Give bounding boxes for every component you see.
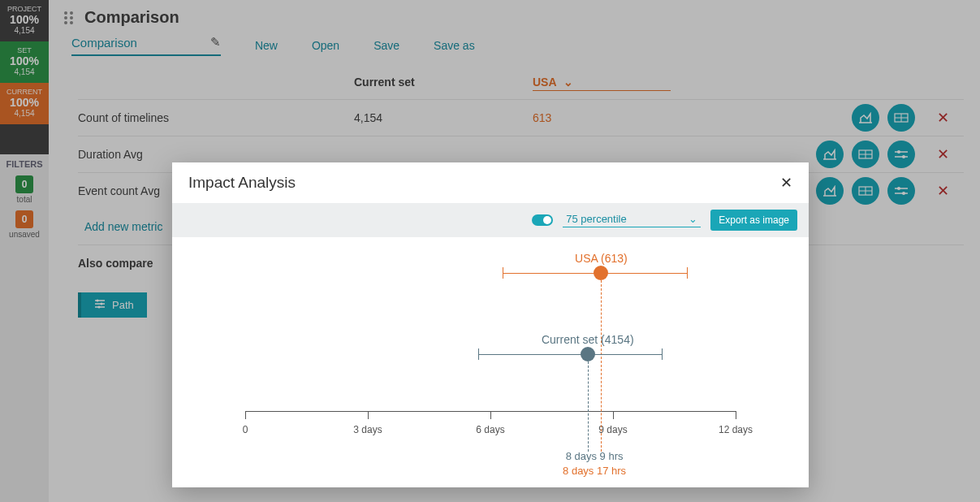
chart-tick-label: 3 days (353, 424, 382, 435)
series-cap (687, 267, 688, 279)
chart-tick (613, 411, 614, 419)
percentile-select[interactable]: 75 percentile ⌄ (563, 213, 701, 227)
chart-tick (490, 411, 491, 419)
series-guideline (601, 280, 602, 452)
chart-tick-label: 9 days (598, 424, 627, 435)
series-guideline (588, 361, 589, 452)
export-image-button[interactable]: Export as image (710, 210, 797, 231)
chevron-down-icon: ⌄ (689, 213, 697, 225)
series-label: USA (613) (575, 252, 628, 265)
percentile-select-label: 75 percentile (566, 213, 626, 225)
chart-tick (736, 411, 736, 419)
impact-analysis-modal: Impact Analysis ✕ 75 percentile ⌄ Export… (172, 162, 809, 487)
chart-tick (368, 411, 369, 419)
chart-tick-label: 0 (243, 424, 248, 435)
series-cap (503, 267, 503, 279)
annotation-current: 8 days 9 hrs (566, 450, 624, 462)
series-whisker (478, 354, 663, 355)
chart-tick (245, 411, 246, 419)
close-icon[interactable]: ✕ (780, 174, 792, 192)
series-cap (478, 348, 479, 360)
series-cap (662, 348, 663, 360)
series-label: Current set (4154) (542, 333, 634, 346)
chart-tick-label: 6 days (476, 424, 504, 435)
series-point (581, 347, 595, 361)
percentile-toggle[interactable] (532, 214, 553, 226)
chart-tick-label: 12 days (719, 424, 753, 435)
series-point (594, 266, 608, 280)
modal-title: Impact Analysis (188, 174, 296, 192)
impact-chart: 03 days6 days9 days12 daysUSA (613)Curre… (188, 237, 792, 481)
annotation-usa: 8 days 17 hrs (563, 465, 626, 477)
